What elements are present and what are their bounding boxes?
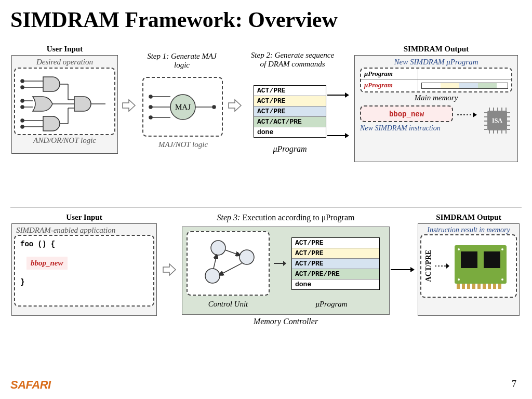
- svg-point-9: [21, 119, 24, 122]
- svg-point-75: [458, 248, 460, 250]
- step3-label-b: Execution according to μProgram: [240, 213, 354, 222]
- svg-point-7: [21, 105, 24, 109]
- svg-rect-73: [493, 284, 496, 289]
- result-box: ACT/PRE: [420, 234, 517, 298]
- step2-label: Step 2: Generate sequence of DRAM comman…: [248, 51, 337, 69]
- svg-line-58: [220, 263, 242, 275]
- memory-controller-label: Memory Controller: [182, 317, 390, 326]
- control-unit-box: [187, 231, 270, 296]
- svg-rect-74: [498, 284, 501, 289]
- instruction-result-label: Instruction result in memory: [420, 226, 517, 234]
- svg-point-11: [21, 125, 24, 128]
- new-uprogram-label: New SIMDRAM μProgram: [357, 58, 515, 66]
- uprogram-header: μProgram: [361, 69, 418, 79]
- state-machine-icon: [190, 234, 268, 292]
- svg-point-76: [501, 248, 503, 250]
- actpre-label: ACT/PRE: [424, 250, 433, 282]
- memory-controller-box: ACT/PRE ACT/PRE ACT/PRE ACT/PRE/PRE done…: [182, 227, 390, 315]
- svg-point-55: [240, 250, 254, 264]
- svg-point-5: [21, 99, 24, 102]
- and-or-not-logic-icon: [17, 71, 116, 132]
- bot-output-box: Instruction result in memory ACT/PRE: [418, 223, 520, 316]
- bbop-new-box: bbop_new: [360, 105, 453, 122]
- uprogram-red: μProgram: [361, 80, 418, 91]
- arrow-icon: [391, 266, 416, 275]
- logic-diagram-box: [14, 68, 115, 135]
- maj-not-label: MAJ/NOT logic: [140, 140, 226, 149]
- svg-rect-65: [484, 251, 500, 268]
- top-output-box: New SIMDRAM μProgram μProgram μProgram M…: [354, 55, 518, 162]
- svg-rect-66: [457, 284, 460, 289]
- svg-point-1: [21, 79, 24, 83]
- cmd-row: ACT/PRE: [292, 238, 379, 248]
- simdram-app-label: SIMDRAM-enabled application: [14, 226, 154, 235]
- cmd-row: ACT/PRE: [254, 96, 326, 107]
- svg-rect-70: [477, 284, 481, 289]
- uprogram-table: μProgram μProgram: [360, 68, 512, 92]
- top-user-input-label: User Input: [11, 45, 118, 54]
- top-output-label: SIMDRAM Output: [354, 45, 518, 54]
- cmd-row: ACT/PRE: [254, 107, 326, 117]
- arrow-icon: [122, 99, 136, 115]
- control-unit-label: Control Unit: [187, 300, 270, 309]
- arrow-icon: [162, 263, 177, 280]
- svg-point-78: [501, 278, 503, 281]
- new-instruction-label: New SIMDRAM instruction: [360, 124, 453, 132]
- svg-point-25: [149, 116, 152, 119]
- bbop-new-text: bbop_new: [389, 110, 424, 118]
- bot-user-input-box: SIMDRAM-enabled application foo () { bbo…: [11, 223, 157, 316]
- cmd-row: ACT/PRE: [254, 86, 326, 96]
- foo-open: foo () {: [20, 240, 148, 248]
- and-or-not-label: AND/OR/NOT logic: [14, 136, 115, 145]
- cmd-row: ACT/ACT/PRE: [254, 117, 326, 127]
- svg-rect-72: [488, 284, 491, 289]
- svg-point-77: [458, 278, 460, 281]
- svg-rect-68: [467, 284, 470, 289]
- bot-output-label: SIMDRAM Output: [418, 213, 520, 222]
- slide-number: 7: [512, 379, 516, 390]
- bot-command-table: ACT/PRE ACT/PRE ACT/PRE ACT/PRE/PRE done: [291, 237, 380, 290]
- cmd-row: ACT/PRE: [292, 259, 379, 269]
- maj-logic-box: MAJ: [142, 77, 223, 137]
- cmd-row: ACT/PRE/PRE: [292, 269, 379, 280]
- foo-close: }: [20, 278, 148, 286]
- cmd-row: ACT/PRE: [292, 248, 379, 259]
- arrow-icon: [274, 260, 287, 267]
- svg-point-56: [205, 269, 220, 283]
- svg-point-28: [212, 105, 216, 109]
- main-memory-label: Main memory: [357, 94, 515, 102]
- uprogram-label: μProgram: [254, 144, 326, 154]
- arrow-icon: [327, 132, 350, 141]
- svg-point-54: [211, 241, 225, 255]
- bot-uprogram-label: μProgram: [287, 300, 376, 309]
- footer-safari: SAFARI: [10, 378, 51, 392]
- svg-rect-71: [483, 284, 486, 289]
- desired-operation-label: Desired operation: [14, 58, 115, 66]
- top-user-input-box: Desired operation AND/OR/NOT: [11, 55, 118, 154]
- svg-point-21: [149, 95, 152, 98]
- bbop-new-code: bbop_new: [26, 257, 68, 270]
- dashed-arrow-icon: [457, 111, 478, 118]
- maj-gate-icon: MAJ: [145, 80, 221, 135]
- code-box: foo () { bbop_new }: [14, 235, 154, 307]
- step3-label-a: Step 3:: [217, 213, 241, 222]
- svg-point-3: [21, 86, 24, 89]
- cmd-row: done: [254, 127, 326, 137]
- svg-point-23: [149, 105, 152, 109]
- svg-line-57: [225, 250, 240, 255]
- top-command-table: ACT/PRE ACT/PRE ACT/PRE ACT/ACT/PRE done: [254, 85, 326, 138]
- svg-line-59: [214, 255, 217, 269]
- isa-chip-icon: ISA: [482, 105, 512, 136]
- bot-user-input-label: User Input: [11, 213, 157, 222]
- svg-rect-64: [461, 251, 477, 268]
- maj-text: MAJ: [175, 103, 191, 111]
- step1-label: Step 1: Generate MAJ logic: [140, 52, 223, 70]
- cmd-row: done: [292, 280, 379, 289]
- svg-rect-67: [462, 284, 465, 289]
- svg-rect-69: [472, 284, 475, 289]
- slide-title: SIMDRAM Framework: Overview: [0, 0, 532, 35]
- svg-text:ISA: ISA: [492, 117, 502, 124]
- dashed-arrow-icon: [435, 262, 450, 270]
- divider: [10, 207, 522, 208]
- arrow-icon: [228, 99, 242, 115]
